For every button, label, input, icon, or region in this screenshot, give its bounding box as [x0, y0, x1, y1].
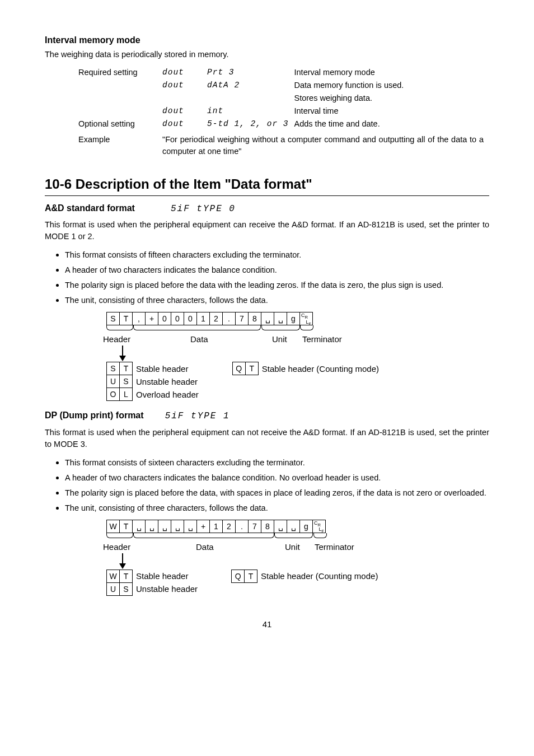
cell: ␣ [287, 520, 300, 533]
hcell: L [119, 388, 133, 401]
row-seg1: dout [162, 105, 207, 118]
ad-diagram: S T , + 0 0 0 1 2 . 7 8 ␣ ␣ g CRLF Heade… [106, 312, 489, 401]
dp-qt-group: Q T Stable header (Counting mode) [231, 570, 378, 583]
label-data: Data [190, 333, 208, 346]
hcell: T [244, 570, 257, 583]
example-label: Example [78, 130, 162, 158]
dp-diagram: W T ␣ ␣ ␣ ␣ ␣ + 1 2 . 7 8 ␣ ␣ g CRLF Hea… [106, 520, 489, 596]
ad-format-heading: A&D standard format [45, 202, 135, 214]
label-terminator: Terminator [315, 541, 354, 553]
ad-header-table: S T Stable header U S Unstable header O … [106, 362, 199, 401]
hcell: W [106, 570, 120, 583]
row-label [78, 79, 162, 92]
hcell: O [106, 388, 120, 401]
row-seg1: dout [162, 79, 207, 92]
row-seg1: dout [162, 118, 207, 130]
row-desc: Adds the time and date. [294, 118, 489, 130]
row-label [78, 92, 162, 105]
bullet: A header of two characters indicates the… [65, 471, 489, 484]
interval-heading: Interval memory mode [45, 34, 489, 46]
hcell: T [119, 570, 133, 583]
cell-terminator: CRLF [299, 312, 313, 325]
row-label [78, 105, 162, 118]
cell: ␣ [274, 520, 287, 533]
row-seg2: Prt 3 [207, 66, 294, 79]
label-unit: Unit [272, 333, 287, 346]
labels-row: Header Data Unit Terminator [106, 333, 489, 344]
cell: , [132, 312, 146, 325]
row-desc: Interval time [294, 105, 489, 118]
cell: 8 [248, 312, 261, 325]
cell: 1 [196, 312, 210, 325]
bullet: This format consists of sixteen characte… [65, 456, 489, 469]
cell: 0 [184, 312, 197, 325]
row-label: Required setting [78, 66, 162, 79]
cell: + [145, 312, 158, 325]
ad-bullets: This format consists of fifteen characte… [45, 248, 489, 306]
label-header: Header [103, 333, 130, 346]
cell: 0 [158, 312, 171, 325]
cell: . [222, 312, 236, 325]
labels-row: Header Data Unit Terminator [106, 541, 489, 552]
hdesc: Overload header [136, 389, 199, 401]
hdesc: Stable header [136, 363, 188, 375]
ad-format-para: This format is used when the peripheral … [45, 219, 489, 242]
label-terminator: Terminator [302, 333, 342, 346]
hcell: U [106, 582, 120, 596]
page-number: 41 [45, 618, 489, 631]
dp-bullets: This format consists of sixteen characte… [45, 456, 489, 514]
dp-cells: W T ␣ ␣ ␣ ␣ ␣ + 1 2 . 7 8 ␣ ␣ g CRLF [106, 520, 489, 533]
cell: 8 [261, 520, 274, 533]
hdesc: Unstable header [136, 376, 198, 388]
cell: 7 [235, 312, 249, 325]
cell: g [299, 520, 313, 533]
bullet: A header of two characters indicates the… [65, 263, 489, 276]
hcell: S [119, 375, 133, 388]
cell: ␣ [132, 520, 146, 533]
row-seg2: dAtA 2 [207, 79, 294, 92]
hcell: T [119, 362, 133, 375]
main-heading: 10-6 Description of the Item "Data forma… [45, 175, 489, 194]
dp-format-para: This format is used when the peripheral … [45, 427, 489, 450]
dp-header-table: W T Stable header U S Unstable header [106, 570, 198, 596]
cell: 7 [248, 520, 261, 533]
hcell: U [106, 375, 120, 388]
hdesc: Stable header [136, 570, 188, 582]
cell: ␣ [261, 312, 274, 325]
row-seg2: 5-td 1, 2, or 3 [207, 118, 294, 130]
cell: ␣ [171, 520, 184, 533]
cell: . [235, 520, 249, 533]
dp-format-seg: 5iF tYPE 1 [165, 411, 230, 421]
example-text: "For periodical weighing without a compu… [162, 130, 489, 158]
cell: S [106, 312, 120, 325]
cell: 0 [171, 312, 184, 325]
settings-table: Required setting dout Prt 3 Interval mem… [78, 66, 489, 158]
hcell: Q [232, 362, 246, 375]
dp-format-heading: DP (Dump print) format [45, 409, 144, 422]
row-seg1 [162, 92, 207, 105]
cell: + [196, 520, 210, 533]
ad-cells: S T , + 0 0 0 1 2 . 7 8 ␣ ␣ g CRLF [106, 312, 489, 325]
rule [45, 195, 489, 196]
hdesc: Stable header (Counting mode) [262, 363, 379, 375]
cell: ␣ [158, 520, 171, 533]
cell: 1 [209, 520, 223, 533]
brace-row [106, 533, 489, 541]
row-seg2: int [207, 105, 294, 118]
row-desc: Interval memory mode [294, 66, 489, 79]
row-label: Optional setting [78, 118, 162, 130]
bullet: The unit, consisting of three characters… [65, 501, 489, 514]
label-data: Data [196, 541, 214, 553]
brace-row [106, 325, 489, 333]
cell: T [119, 312, 133, 325]
bullet: The unit, consisting of three characters… [65, 293, 489, 306]
bullet: The polarity sign is placed before the d… [65, 486, 489, 499]
bullet: This format consists of fifteen characte… [65, 248, 489, 261]
cell: W [106, 520, 120, 533]
hdesc: Stable header (Counting mode) [261, 570, 378, 582]
cell: ␣ [274, 312, 287, 325]
cell: 2 [222, 520, 236, 533]
label-unit: Unit [285, 541, 300, 553]
cell: ␣ [184, 520, 197, 533]
row-seg1: dout [162, 66, 207, 79]
